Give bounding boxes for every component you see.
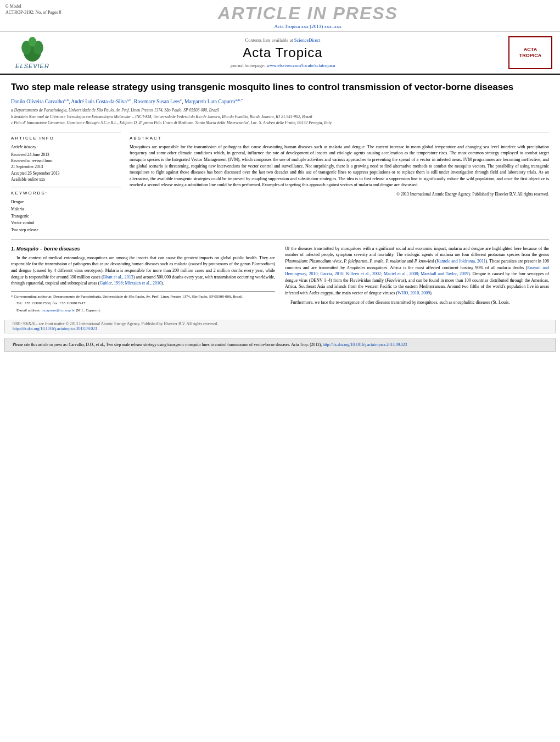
open-access-bar: 0001-706X/$ – see front matter © 2013 In… bbox=[4, 320, 556, 333]
keyword2: Malaria bbox=[11, 206, 121, 213]
body-col2-p1: Of the diseases transmitted by mosquitoe… bbox=[285, 246, 549, 297]
svg-point-4 bbox=[29, 37, 36, 47]
keywords-section: Keywords: Dengue Malaria Transgenic Vect… bbox=[11, 187, 121, 234]
doi-link[interactable]: http://dx.doi.org/10.1016/j.actatropica.… bbox=[13, 326, 97, 331]
article-title: Two step male release strategy using tra… bbox=[11, 81, 549, 93]
body-col-right: Of the diseases transmitted by mosquitoe… bbox=[285, 246, 549, 315]
gmodel-info: G Model ACTROP-3192; No. of Pages 8 bbox=[5, 3, 61, 15]
email-link[interactable]: mcapurro@icu.usp.br bbox=[42, 308, 75, 313]
ref-enayati[interactable]: Enayati and Hemingway, 2010; Garcia, 201… bbox=[285, 265, 549, 277]
journal-homepage: journal homepage: www.elsevier.com/locat… bbox=[57, 63, 508, 68]
footnote-corresponding: * Corresponding author at: Departamento … bbox=[11, 294, 275, 300]
ref-bhatt[interactable]: Bhatt et al., 2013 bbox=[103, 275, 133, 280]
author2: André Luis Costa-da-Silva bbox=[71, 99, 127, 104]
elsevier-text: ELSEVIER bbox=[15, 63, 49, 69]
footnote-tel: Tel.: +55 1130917336; fax: +55 113091741… bbox=[11, 300, 275, 306]
gmodel-label: G Model bbox=[5, 4, 21, 9]
acta-tropica-logo: ACTA TROPICA bbox=[508, 36, 552, 69]
article-info-header: ARTICLE INFO bbox=[11, 136, 121, 141]
body-section: 1. Mosquito – borne diseases In the cont… bbox=[11, 246, 549, 315]
affiliation-b: b Instituto Nacional de Ciência e Tecnol… bbox=[11, 114, 549, 120]
keyword3: Transgenic bbox=[11, 213, 121, 220]
article-in-press-title: ARTICLE IN PRESS bbox=[61, 3, 555, 24]
ref-who[interactable]: WHO, 2010, 2009 bbox=[397, 291, 430, 295]
history-label: Article history: bbox=[11, 144, 121, 150]
journal-ref: Acta Tropica xxx (2013) xxx–xxx bbox=[61, 24, 555, 29]
main-content: Two step male release strategy using tra… bbox=[0, 75, 560, 320]
body-col2-p2: Furthermore, we face the re-emergence of… bbox=[285, 299, 549, 306]
top-header: G Model ACTROP-3192; No. of Pages 8 ARTI… bbox=[0, 0, 560, 32]
homepage-url[interactable]: www.elsevier.com/locate/actatropica bbox=[266, 63, 335, 68]
keyword1: Dengue bbox=[11, 199, 121, 206]
abstract-header: ABSTRACT bbox=[130, 136, 549, 141]
keyword5: Two step release bbox=[11, 227, 121, 234]
elsevier-tree-icon bbox=[16, 37, 49, 62]
footnotes: * Corresponding author at: Departamento … bbox=[11, 291, 275, 314]
affiliation-c: c Polo d' Innovazione Genomica, Genetica… bbox=[11, 120, 549, 126]
keyword4: Vector control bbox=[11, 220, 121, 227]
author3: Rosemary Susan Lees bbox=[134, 99, 180, 104]
available-date: Available online xxx bbox=[11, 177, 45, 182]
cite-bar: Please cite this article in press as: Ca… bbox=[4, 338, 556, 352]
body-col1-p1: In the context of medical entomology, mo… bbox=[11, 255, 275, 287]
abstract-text: Mosquitoes are responsible for the trans… bbox=[130, 144, 549, 188]
keywords-list: Dengue Malaria Transgenic Vector control… bbox=[11, 199, 121, 234]
article-in-press-banner: ARTICLE IN PRESS Acta Tropica xxx (2013)… bbox=[61, 3, 555, 29]
journal-center: Contents lists available at ScienceDirec… bbox=[57, 37, 508, 68]
body-col-left: 1. Mosquito – borne diseases In the cont… bbox=[11, 246, 275, 315]
author1: Danilo Oliveira Carvalho bbox=[11, 99, 64, 104]
received-revised-date: 21 September 2013 bbox=[11, 164, 43, 169]
keywords-header: Keywords: bbox=[11, 191, 121, 196]
author4: Margareth Lara Capurro bbox=[184, 99, 236, 104]
accepted-date: Accepted 26 September 2013 bbox=[11, 171, 60, 176]
ref-kantele[interactable]: Kantele and Jokiranta, 2011 bbox=[436, 259, 486, 264]
elsevier-logo: ELSEVIER bbox=[8, 37, 57, 69]
info-abstract-section: ARTICLE INFO Article history: Received 2… bbox=[11, 132, 549, 234]
article-history: Article history: Received 24 June 2013 R… bbox=[11, 144, 121, 182]
ref-gubler[interactable]: Gubler, 1998; Mirzaian et al., 2010 bbox=[100, 281, 162, 286]
cite-doi[interactable]: http://dx.doi.org/10.1016/j.actatropica.… bbox=[323, 342, 407, 347]
copyright-line: © 2013 International Atomic Energy Agenc… bbox=[130, 192, 549, 197]
open-access-text: 0001-706X/$ – see front matter © 2013 In… bbox=[13, 321, 218, 326]
sciencedirect-link[interactable]: ScienceDirect bbox=[294, 37, 321, 43]
affiliation-a: a Departamento de Parasitologia, Univers… bbox=[11, 108, 549, 114]
contents-line: Contents lists available at ScienceDirec… bbox=[57, 37, 508, 43]
cite-label: Please cite this article in press as: Ca… bbox=[13, 342, 322, 347]
received-revised-label: Received in revised form bbox=[11, 158, 53, 163]
affiliations: a Departamento de Parasitologia, Univers… bbox=[11, 108, 549, 126]
received-date: Received 24 June 2013 bbox=[11, 152, 49, 157]
authors-line: Danilo Oliveira Carvalhoa,b, André Luis … bbox=[11, 98, 549, 104]
section1-title: 1. Mosquito – borne diseases bbox=[11, 246, 275, 253]
abstract-col: ABSTRACT Mosquitoes are responsible for … bbox=[130, 132, 549, 234]
journal-header: ELSEVIER Contents lists available at Sci… bbox=[0, 32, 560, 75]
actrop-label: ACTROP-3192; No. of Pages 8 bbox=[5, 10, 61, 15]
journal-title: Acta Tropica bbox=[57, 45, 508, 60]
section-divider bbox=[11, 239, 549, 240]
footnote-email: E-mail address: mcapurro@icu.usp.br (M.L… bbox=[11, 308, 275, 314]
article-info-col: ARTICLE INFO Article history: Received 2… bbox=[11, 132, 121, 234]
